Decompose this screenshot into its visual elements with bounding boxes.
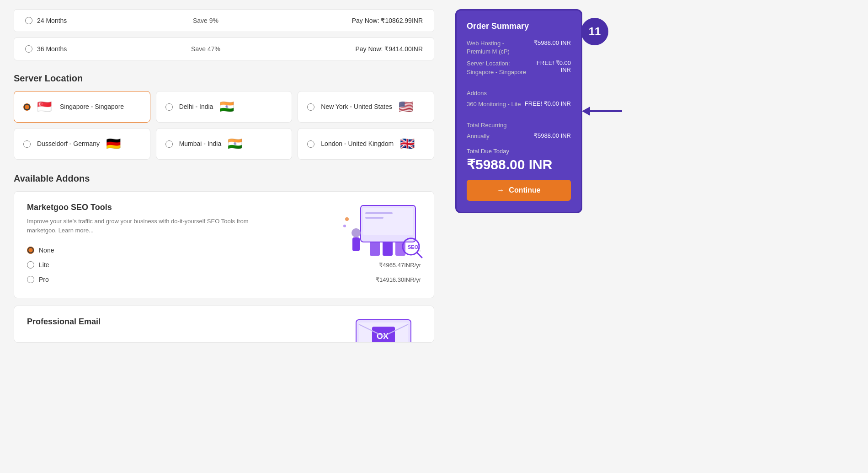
billing-row-24m: 24 Months Save 9% Pay Now: ₹10862.99INR — [14, 9, 434, 32]
flag-singapore: 🇸🇬 — [37, 100, 53, 114]
loc-name-london: London - United Kingdom — [321, 140, 394, 149]
svg-line-8 — [417, 253, 422, 258]
loc-name-delhi: Delhi - India — [179, 102, 213, 112]
total-due-amount: ₹5988.00 INR — [467, 156, 571, 172]
pay-now-36m: Pay Now: ₹9414.00INR — [295, 45, 423, 53]
svg-rect-11 — [352, 237, 360, 251]
sidebar-right: 11 Order Summary Web Hosting - Premium M… — [448, 0, 590, 473]
total-recurring-section: Total Recurring Annually ₹5988.00 INR — [467, 122, 571, 140]
addon-none-label[interactable]: None — [27, 247, 54, 254]
arrow-head-icon — [582, 107, 590, 116]
svg-point-13 — [343, 225, 346, 227]
location-card-delhi[interactable]: Delhi - India 🇮🇳 — [156, 91, 293, 123]
os-monitoring-val: FREE! ₹0.00 INR — [525, 100, 571, 107]
os-addon-monitoring: 360 Monitoring - Lite FREE! ₹0.00 INR — [467, 100, 571, 108]
billing-label-36m[interactable]: 36 Months — [25, 45, 117, 53]
addon-radio-pro[interactable] — [27, 276, 34, 283]
os-recurring-line: Annually ₹5988.00 INR — [467, 132, 571, 140]
os-hosting-val: ₹5988.00 INR — [534, 39, 571, 46]
order-summary-card: 11 Order Summary Web Hosting - Premium M… — [455, 9, 582, 213]
addon-radio-lite[interactable] — [27, 261, 34, 269]
addon-card-seo: Marketgoo SEO Tools Improve your site's … — [14, 191, 434, 298]
billing-radio-36m[interactable] — [25, 45, 32, 53]
email-illustration: OX — [342, 311, 425, 343]
arrow-indicator — [582, 107, 622, 116]
location-card-singapore[interactable]: 🇸🇬 Singapore - Singapore — [14, 91, 150, 123]
seo-illustration: SEO — [333, 196, 425, 271]
billing-radio-24m[interactable] — [25, 17, 32, 24]
billing-row-36m: 36 Months Save 47% Pay Now: ₹9414.00INR — [14, 38, 434, 60]
loc-name-mumbai: Mumbai - India — [179, 140, 222, 149]
addons-title: Available Addons — [14, 173, 434, 184]
svg-text:SEO: SEO — [408, 244, 419, 250]
os-recurring-period: Annually — [467, 132, 490, 140]
os-location-label: Server Location: Singapore - Singapore — [467, 59, 529, 76]
continue-button[interactable]: → Continue — [467, 180, 571, 201]
addon-option-pro: Pro ₹14916.30INR/yr — [27, 272, 421, 287]
location-radio-delhi[interactable] — [165, 103, 173, 111]
flag-delhi: 🇮🇳 — [219, 100, 236, 114]
pay-now-24m: Pay Now: ₹10862.99INR — [295, 17, 423, 24]
loc-name-singapore: Singapore - Singapore — [60, 102, 124, 112]
addon-radio-none[interactable] — [27, 247, 34, 254]
save-badge-36m: Save 47% — [117, 45, 295, 53]
addon-card-email: Professional Email OX — [14, 306, 434, 343]
os-divider-1 — [467, 83, 571, 83]
flag-dusseldorf: 🇩🇪 — [106, 137, 122, 151]
total-recurring-label: Total Recurring — [467, 122, 571, 129]
billing-label-24m[interactable]: 24 Months — [25, 17, 117, 24]
addon-lite-text: Lite — [39, 261, 49, 269]
location-radio-mumbai[interactable] — [165, 140, 173, 148]
billing-period-36m: 36 Months — [37, 45, 67, 53]
addon-lite-label[interactable]: Lite — [27, 261, 49, 269]
location-radio-singapore[interactable] — [23, 103, 31, 111]
os-item-location: Server Location: Singapore - Singapore F… — [467, 59, 571, 76]
continue-label: Continue — [509, 186, 540, 194]
save-badge-24m: Save 9% — [117, 17, 295, 24]
os-monitoring-label: 360 Monitoring - Lite — [467, 100, 521, 108]
addon-pro-price: ₹14916.30INR/yr — [376, 276, 421, 283]
location-grid: 🇸🇬 Singapore - Singapore Delhi - India 🇮… — [14, 91, 434, 160]
location-card-london[interactable]: London - United Kingdom 🇬🇧 — [298, 128, 434, 160]
total-due-label: Total Due Today — [467, 148, 571, 155]
os-recurring-val: ₹5988.00 INR — [534, 132, 571, 139]
flag-newyork: 🇺🇸 — [399, 100, 415, 114]
continue-arrow-icon: → — [497, 186, 504, 194]
svg-rect-4 — [363, 208, 413, 235]
location-radio-dusseldorf[interactable] — [23, 140, 31, 148]
location-radio-london[interactable] — [307, 140, 314, 148]
svg-rect-6 — [365, 217, 383, 219]
os-divider-2 — [467, 115, 571, 115]
location-radio-newyork[interactable] — [307, 103, 314, 111]
addon-none-text: None — [39, 247, 54, 254]
svg-point-10 — [351, 228, 361, 237]
addons-section-label: Addons — [467, 90, 571, 97]
server-location-title: Server Location — [14, 73, 434, 84]
addon-desc-seo: Improve your site's traffic and grow you… — [27, 217, 263, 235]
billing-period-24m: 24 Months — [37, 17, 67, 24]
location-card-newyork[interactable]: New York - United States 🇺🇸 — [298, 91, 434, 123]
flag-mumbai: 🇮🇳 — [228, 137, 244, 151]
os-hosting-label: Web Hosting - Premium M (cP) — [467, 39, 529, 56]
os-item-hosting: Web Hosting - Premium M (cP) ₹5988.00 IN… — [467, 39, 571, 56]
step-badge: 11 — [581, 18, 608, 45]
svg-point-12 — [345, 217, 349, 221]
location-card-dusseldorf[interactable]: Dusseldorf - Germany 🇩🇪 — [14, 128, 150, 160]
loc-name-dusseldorf: Dusseldorf - Germany — [37, 140, 100, 149]
svg-rect-5 — [365, 212, 393, 214]
addon-pro-label[interactable]: Pro — [27, 276, 49, 283]
loc-name-newyork: New York - United States — [321, 102, 392, 112]
order-summary-title: Order Summary — [467, 22, 571, 31]
location-card-mumbai[interactable]: Mumbai - India 🇮🇳 — [156, 128, 293, 160]
arrow-line — [590, 110, 622, 112]
flag-london: 🇬🇧 — [400, 137, 416, 151]
addon-pro-text: Pro — [39, 276, 49, 283]
os-location-val: FREE! ₹0.00 INR — [529, 59, 571, 73]
